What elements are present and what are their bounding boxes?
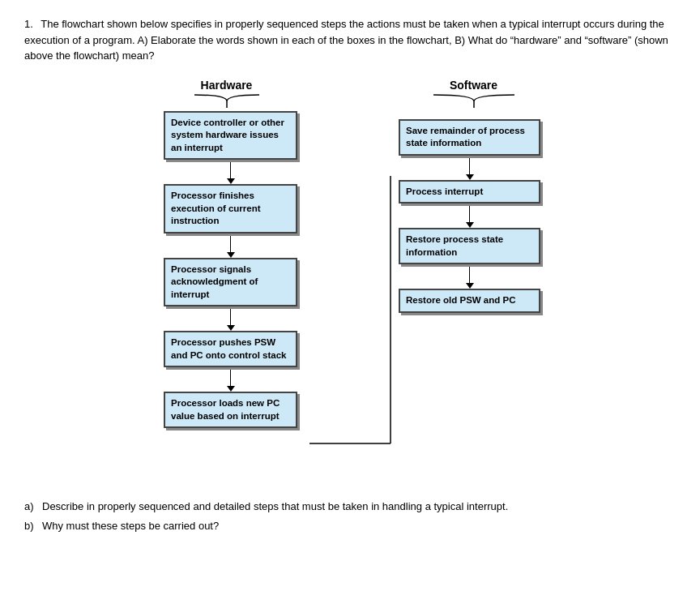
hardware-title: Hardware: [201, 79, 253, 92]
hw-box-4: Processor pushes PSW and PC onto control…: [164, 331, 297, 367]
answer-a-text: Describe in properly sequenced and detai…: [42, 497, 508, 517]
hardware-column: Device controller or other system hardwa…: [152, 111, 309, 429]
hw-arrow-2: [227, 233, 235, 258]
sw-box-3: Restore process state information: [399, 228, 540, 264]
answer-a-label: a): [24, 497, 37, 517]
question-body: The flowchart shown below specifies in p…: [24, 18, 668, 62]
question-number: 1.: [24, 18, 33, 30]
hw-arrow-1: [227, 160, 235, 184]
answer-b-label: b): [24, 516, 37, 537]
hw-arrow-4: [227, 367, 235, 392]
hardware-brace-icon: [186, 93, 267, 108]
question-text: 1. The flowchart shown below specifies i…: [24, 16, 676, 64]
connector-svg-icon: [309, 111, 391, 484]
sw-box-4: Restore old PSW and PC: [399, 289, 540, 313]
answer-b-text: Why must these steps be carried out?: [42, 516, 219, 537]
answer-b: b) Why must these steps be carried out?: [24, 516, 676, 537]
software-column: Save remainder of process state informat…: [391, 111, 548, 313]
sw-arrow-2: [466, 203, 474, 228]
answers-section: a) Describe in properly sequenced and de…: [24, 497, 676, 537]
hw-box-2: Processor finishes execution of current …: [164, 184, 297, 233]
software-title: Software: [450, 79, 497, 92]
question-container: 1. The flowchart shown below specifies i…: [24, 16, 676, 537]
sw-box-1: Save remainder of process state informat…: [399, 119, 540, 156]
sw-box-2: Process interrupt: [399, 180, 540, 204]
sw-arrow-3: [466, 264, 474, 289]
hw-arrow-3: [227, 306, 235, 331]
hw-box-1: Device controller or other system hardwa…: [164, 111, 297, 161]
answer-a: a) Describe in properly sequenced and de…: [24, 497, 676, 517]
software-brace-icon: [425, 93, 523, 108]
hw-box-5: Processor loads new PC value based on in…: [164, 392, 297, 428]
sw-arrow-1: [466, 156, 474, 180]
connector-area: [309, 111, 391, 484]
hw-box-3: Processor signals acknowledgment of inte…: [164, 258, 297, 307]
